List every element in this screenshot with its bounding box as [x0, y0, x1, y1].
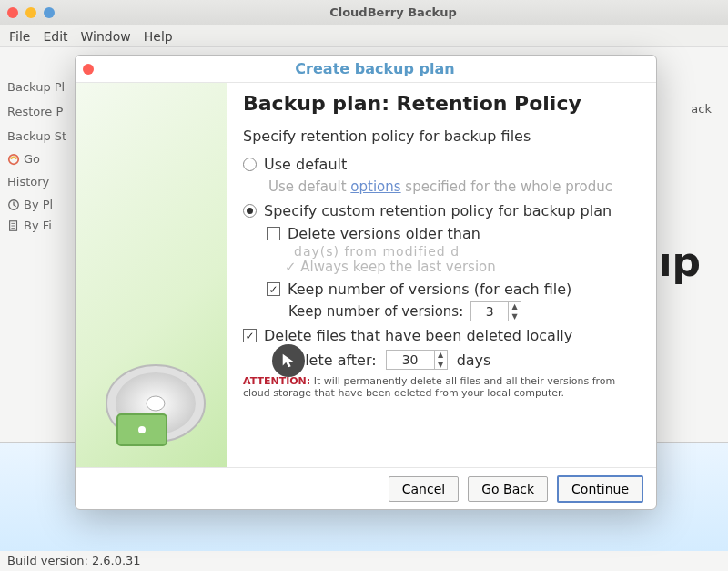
- dialog-close-icon[interactable]: [83, 64, 94, 75]
- disc-illustration-icon: [101, 340, 210, 449]
- section-label: Specify retention policy for backup file…: [243, 127, 640, 145]
- delete-after-value: 30: [387, 352, 434, 367]
- keep-versions-row: Keep number of versions: 3 ▲ ▼: [288, 301, 640, 321]
- menu-file[interactable]: File: [9, 29, 30, 44]
- keep-versions-label: Keep number of versions (for each file): [288, 280, 571, 298]
- window-controls: [7, 7, 55, 18]
- maximize-window-icon[interactable]: [44, 7, 55, 18]
- menu-edit[interactable]: Edit: [43, 29, 67, 44]
- side-by-plan-label: By Pl: [24, 198, 53, 211]
- svg-point-7: [138, 426, 146, 433]
- delete-locally-label: Delete files that have been deleted loca…: [264, 327, 572, 344]
- menu-window[interactable]: Window: [81, 29, 131, 44]
- side-history-by-plan[interactable]: By Pl: [5, 194, 67, 215]
- checkbox-checked-icon: [267, 282, 280, 296]
- go-back-button[interactable]: Go Back: [468, 476, 548, 502]
- delete-after-row: Delete after: 30 ▲ ▼ days: [276, 350, 640, 370]
- main-titlebar: CloudBerry Backup: [0, 0, 728, 25]
- page-heading: Backup plan: Retention Policy: [243, 92, 640, 115]
- close-window-icon[interactable]: [7, 7, 18, 18]
- radio-custom-label: Specify custom retention policy for back…: [264, 202, 612, 219]
- delete-older-params-cut: day(s) from modified d: [294, 244, 640, 259]
- delete-after-spinbox[interactable]: 30 ▲ ▼: [386, 350, 448, 370]
- side-restore-plans[interactable]: Restore P: [5, 99, 67, 124]
- checkbox-keep-versions[interactable]: Keep number of versions (for each file): [267, 280, 640, 298]
- dialog-button-bar: Cancel Go Back Continue: [76, 467, 656, 509]
- delete-older-label: Delete versions older than: [288, 225, 480, 242]
- side-backup-plans[interactable]: Backup Pl: [5, 75, 67, 99]
- file-icon: [7, 219, 20, 232]
- dialog-title: Create backup plan: [101, 60, 649, 77]
- spinbox-down-icon[interactable]: ▼: [509, 311, 521, 321]
- radio-icon: [243, 158, 257, 171]
- dialog-titlebar: Create backup plan: [76, 56, 656, 83]
- side-storage-label: Go: [24, 152, 40, 166]
- bg-back-fragment: ack: [691, 102, 712, 116]
- radio-use-default[interactable]: Use default: [243, 156, 640, 173]
- side-backup-storage: Backup St: [5, 124, 67, 148]
- hint-suffix: specified for the whole produc: [401, 178, 612, 195]
- checkbox-delete-older[interactable]: Delete versions older than: [267, 225, 640, 242]
- keep-versions-spinbox[interactable]: 3 ▲ ▼: [470, 301, 521, 321]
- cursor-indicator-icon: [272, 344, 305, 377]
- continue-button[interactable]: Continue: [557, 475, 643, 503]
- spinbox-up-icon[interactable]: ▲: [509, 301, 521, 311]
- side-history: History: [5, 169, 67, 194]
- create-backup-dialog: Create backup plan Backup plan: Retentio…: [75, 55, 657, 510]
- keep-versions-value: 3: [471, 304, 508, 319]
- app-title: CloudBerry Backup: [66, 5, 721, 19]
- keep-versions-prompt: Keep number of versions:: [288, 303, 463, 320]
- always-keep-last-faded: ✓ Always keep the last version: [285, 259, 640, 275]
- menubar: File Edit Window Help: [0, 25, 728, 47]
- wizard-sidebar: [76, 83, 227, 467]
- minimize-window-icon[interactable]: [25, 7, 36, 18]
- clock-icon: [7, 199, 20, 211]
- svg-point-5: [147, 396, 165, 411]
- attention-label: ATTENTION:: [243, 375, 310, 387]
- default-hint: Use default options specified for the wh…: [268, 178, 640, 195]
- hint-prefix: Use default: [268, 178, 350, 195]
- spinbox-arrows: ▲ ▼: [434, 350, 447, 370]
- radio-selected-icon: [243, 204, 257, 218]
- checkbox-delete-locally[interactable]: Delete files that have been deleted loca…: [243, 327, 640, 344]
- radio-custom-policy[interactable]: Specify custom retention policy for back…: [243, 202, 640, 219]
- checkbox-checked-icon: [243, 329, 257, 342]
- cancel-button[interactable]: Cancel: [389, 476, 459, 502]
- bg-large-text-fragment: ıp: [658, 239, 701, 285]
- status-build-version: Build version: 2.6.0.31: [7, 554, 141, 567]
- delete-after-unit: days: [457, 352, 491, 369]
- spinbox-down-icon[interactable]: ▼: [435, 360, 447, 370]
- options-link[interactable]: options: [350, 178, 400, 195]
- checkbox-icon: [267, 227, 280, 240]
- svg-point-0: [9, 154, 19, 164]
- google-cloud-icon: [7, 153, 20, 166]
- wizard-main: Backup plan: Retention Policy Specify re…: [227, 83, 656, 467]
- radio-use-default-label: Use default: [264, 156, 347, 173]
- dialog-body: Backup plan: Retention Policy Specify re…: [76, 83, 656, 467]
- side-by-file-label: By Fi: [24, 219, 52, 232]
- side-storage-item[interactable]: Go: [5, 148, 67, 169]
- spinbox-arrows: ▲ ▼: [508, 301, 521, 321]
- spinbox-up-icon[interactable]: ▲: [435, 350, 447, 360]
- menu-help[interactable]: Help: [144, 29, 173, 44]
- attention-note: ATTENTION: It will permanently delete al…: [243, 375, 640, 399]
- side-history-by-file[interactable]: By Fi: [5, 215, 67, 236]
